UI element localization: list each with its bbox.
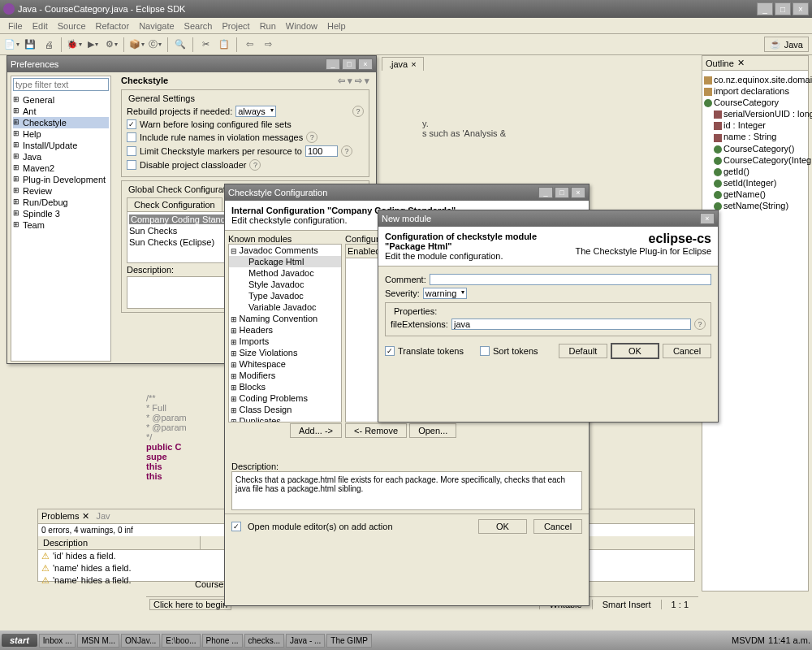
- translate-checkbox[interactable]: ✓: [385, 346, 395, 356]
- save-icon[interactable]: 💾: [22, 37, 38, 53]
- back-icon[interactable]: ⇦: [241, 37, 257, 53]
- help-icon[interactable]: ?: [306, 132, 317, 143]
- default-button[interactable]: Default: [559, 344, 607, 358]
- prefs-tree-item[interactable]: Review: [13, 185, 109, 197]
- limit-input[interactable]: 100: [305, 145, 338, 157]
- menu-source[interactable]: Source: [53, 20, 91, 32]
- prefs-tree-item[interactable]: General: [13, 94, 109, 106]
- cut-icon[interactable]: ✂: [197, 37, 214, 53]
- print-icon[interactable]: 🖨: [41, 37, 57, 53]
- outline-item[interactable]: co.nz.equinox.site.domain.: [704, 74, 806, 85]
- task-item[interactable]: Phone ...: [202, 634, 243, 648]
- menu-window[interactable]: Window: [281, 20, 322, 32]
- class-icon[interactable]: ⓒ: [147, 37, 163, 53]
- outline-item[interactable]: CourseCategory(): [704, 143, 806, 154]
- close-button[interactable]: ×: [700, 213, 715, 224]
- open-editor-checkbox[interactable]: ✓: [231, 522, 241, 531]
- menu-edit[interactable]: Edit: [28, 20, 53, 32]
- ext-icon[interactable]: ⚙: [103, 37, 119, 53]
- ok-button[interactable]: OK: [611, 343, 659, 359]
- task-item[interactable]: E:\boo...: [162, 634, 200, 648]
- prefs-tree-item[interactable]: Team: [13, 219, 109, 231]
- fileext-input[interactable]: [451, 318, 691, 330]
- add-button[interactable]: Add... ->: [290, 423, 342, 438]
- task-item[interactable]: MSN M...: [77, 634, 119, 648]
- prefs-tree-item[interactable]: Ant: [13, 106, 109, 117]
- new-icon[interactable]: 📄: [3, 37, 19, 53]
- open-button[interactable]: Open...: [409, 423, 456, 438]
- cancel-button[interactable]: Cancel: [663, 344, 711, 358]
- tab-check-config[interactable]: Check Configuration: [127, 197, 222, 211]
- filter-input[interactable]: [13, 78, 109, 91]
- task-item[interactable]: The GIMP: [326, 634, 372, 648]
- maximize-button[interactable]: □: [555, 187, 569, 198]
- prefs-tree-item[interactable]: Maven2: [13, 162, 109, 174]
- maximize-button[interactable]: □: [775, 2, 791, 15]
- close-button[interactable]: ×: [793, 2, 809, 15]
- prefs-tree-item[interactable]: Plug-in Development: [13, 174, 109, 185]
- limit-checkbox[interactable]: [127, 146, 136, 156]
- java-icon: ☕: [770, 39, 781, 50]
- outline-item[interactable]: serialVersionUID : long: [704, 108, 806, 119]
- start-button[interactable]: start: [2, 634, 37, 647]
- known-modules-tree[interactable]: Javadoc CommentsPackage HtmlMethod Javad…: [228, 244, 342, 422]
- task-item[interactable]: Java - ...: [286, 634, 325, 648]
- menu-run[interactable]: Run: [255, 20, 281, 32]
- maximize-button[interactable]: □: [342, 58, 356, 70]
- problems-tab[interactable]: Problems: [41, 511, 79, 522]
- comment-input[interactable]: [430, 274, 711, 285]
- package-icon[interactable]: 📦: [128, 37, 145, 53]
- ok-button[interactable]: OK: [478, 519, 527, 534]
- outline-item[interactable]: id : Integer: [704, 119, 806, 131]
- severity-select[interactable]: warning: [423, 288, 468, 299]
- outline-item[interactable]: name : String: [704, 131, 806, 142]
- perspective-java[interactable]: ☕ Java: [764, 37, 809, 52]
- help-icon[interactable]: ?: [694, 318, 706, 330]
- prefs-tree-item[interactable]: Java: [13, 151, 109, 162]
- outline-item[interactable]: setId(Integer): [704, 177, 806, 188]
- editor-tab[interactable]: .java ×: [382, 57, 424, 71]
- search-icon[interactable]: 🔍: [172, 37, 188, 53]
- fwd-icon[interactable]: ⇨: [260, 37, 276, 53]
- menu-help[interactable]: Help: [322, 20, 351, 32]
- menu-search[interactable]: Search: [179, 20, 218, 32]
- outline-item[interactable]: getId(): [704, 166, 806, 177]
- menu-project[interactable]: Project: [217, 20, 254, 32]
- close-tab-icon[interactable]: ×: [411, 59, 416, 69]
- task-item[interactable]: Inbox ...: [39, 634, 76, 648]
- disable-checkbox[interactable]: [127, 160, 136, 170]
- outline-item[interactable]: CourseCategory(Integ: [704, 154, 806, 166]
- menu-navigate[interactable]: Navigate: [134, 20, 179, 32]
- cancel-button[interactable]: Cancel: [533, 519, 582, 534]
- outline-item[interactable]: setName(String): [704, 200, 806, 211]
- paste-icon[interactable]: 📋: [216, 37, 232, 53]
- outline-item[interactable]: CourseCategory: [704, 97, 806, 108]
- minimize-button[interactable]: _: [757, 2, 773, 15]
- task-item[interactable]: checks...: [244, 634, 284, 648]
- close-button[interactable]: ×: [571, 187, 585, 198]
- begin-link[interactable]: Click here to begin: [149, 599, 231, 610]
- help-icon[interactable]: ?: [352, 106, 364, 117]
- prefs-tree-item[interactable]: Checkstyle: [13, 117, 109, 128]
- menu-refactor[interactable]: Refactor: [91, 20, 135, 32]
- include-checkbox[interactable]: [127, 132, 136, 142]
- rebuild-select[interactable]: always: [235, 106, 276, 117]
- close-button[interactable]: ×: [358, 58, 373, 70]
- prefs-tree-item[interactable]: Help: [13, 128, 109, 140]
- task-item[interactable]: ONJav...: [121, 634, 160, 648]
- remove-button[interactable]: <- Remove: [345, 423, 407, 438]
- minimize-button[interactable]: _: [538, 187, 553, 198]
- help-icon[interactable]: ?: [341, 145, 352, 157]
- prefs-tree-item[interactable]: Install/Update: [13, 140, 109, 151]
- debug-icon[interactable]: 🐞: [66, 37, 82, 53]
- outline-item[interactable]: getName(): [704, 188, 806, 200]
- sort-checkbox[interactable]: [480, 346, 490, 356]
- warn-checkbox[interactable]: ✓: [127, 119, 136, 129]
- outline-item[interactable]: import declarations: [704, 85, 806, 97]
- run-icon[interactable]: ▶: [84, 37, 101, 53]
- prefs-tree-item[interactable]: Run/Debug: [13, 197, 109, 208]
- minimize-button[interactable]: _: [326, 58, 340, 70]
- help-icon[interactable]: ?: [249, 159, 261, 171]
- menu-file[interactable]: File: [3, 20, 28, 32]
- prefs-tree-item[interactable]: Spindle 3: [13, 208, 109, 219]
